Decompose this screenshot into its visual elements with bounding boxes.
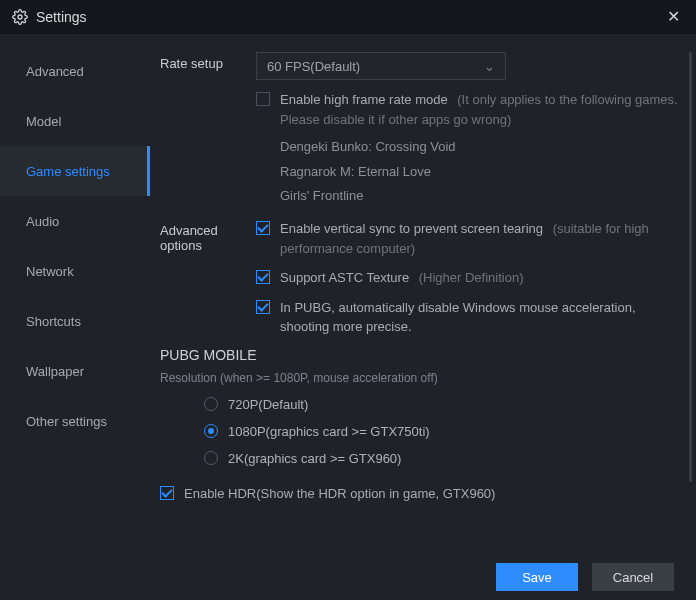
cancel-button[interactable]: Cancel [592,563,674,591]
sidebar-item-network[interactable]: Network [0,246,150,296]
vsync-text: Enable vertical sync to prevent screen t… [280,219,678,258]
vsync-checkbox[interactable] [256,221,270,235]
resolution-1080p[interactable]: 1080P(graphics card >= GTX750ti) [204,424,678,439]
sidebar-item-label: Advanced [26,64,84,79]
radio-label: 2K(graphics card >= GTX960) [228,451,401,466]
high-frame-text: Enable high frame rate mode (It only app… [280,90,678,129]
pubg-caption: Resolution (when >= 1080P, mouse acceler… [160,371,678,385]
rate-select[interactable]: 60 FPS(Default) ⌄ [256,52,506,80]
titlebar: Settings ✕ [0,0,696,34]
resolution-720p[interactable]: 720P(Default) [204,397,678,412]
settings-panel: Rate setup 60 FPS(Default) ⌄ Enable high… [150,34,696,554]
sidebar-item-advanced[interactable]: Advanced [0,46,150,96]
high-frame-games: Dengeki Bunko: Crossing Void Ragnarok M:… [280,135,678,209]
pubg-mouse-checkbox[interactable] [256,300,270,314]
sidebar-item-label: Network [26,264,74,279]
sidebar-item-shortcuts[interactable]: Shortcuts [0,296,150,346]
sidebar-item-label: Game settings [26,164,110,179]
close-icon[interactable]: ✕ [662,7,684,26]
pubg-mouse-text: In PUBG, automatically disable Windows m… [280,298,678,337]
resolution-2k[interactable]: 2K(graphics card >= GTX960) [204,451,678,466]
list-item: Dengeki Bunko: Crossing Void [280,135,678,160]
sidebar-item-label: Model [26,114,61,129]
list-item: Ragnarok M: Eternal Love [280,160,678,185]
sidebar-item-game-settings[interactable]: Game settings [0,146,150,196]
scrollbar[interactable] [689,52,692,482]
footer: Save Cancel [0,554,696,600]
pubg-title: PUBG MOBILE [160,347,678,363]
rate-setup-label: Rate setup [160,52,256,209]
astc-checkbox[interactable] [256,270,270,284]
radio-icon [204,397,218,411]
sidebar: Advanced Model Game settings Audio Netwo… [0,34,150,554]
save-button[interactable]: Save [496,563,578,591]
window-title: Settings [36,9,662,25]
hdr-text: Enable HDR(Show the HDR option in game, … [184,484,495,504]
sidebar-item-label: Shortcuts [26,314,81,329]
high-frame-checkbox[interactable] [256,92,270,106]
hdr-checkbox[interactable] [160,486,174,500]
sidebar-item-label: Other settings [26,414,107,429]
radio-label: 1080P(graphics card >= GTX750ti) [228,424,430,439]
pubg-section: PUBG MOBILE Resolution (when >= 1080P, m… [160,347,678,504]
sidebar-item-model[interactable]: Model [0,96,150,146]
radio-label: 720P(Default) [228,397,308,412]
sidebar-item-audio[interactable]: Audio [0,196,150,246]
chevron-down-icon: ⌄ [484,59,495,74]
sidebar-item-other-settings[interactable]: Other settings [0,396,150,446]
sidebar-item-label: Audio [26,214,59,229]
gear-icon [12,9,28,25]
sidebar-item-label: Wallpaper [26,364,84,379]
astc-text: Support ASTC Texture (Higher Definition) [280,268,524,288]
sidebar-item-wallpaper[interactable]: Wallpaper [0,346,150,396]
rate-select-value: 60 FPS(Default) [267,59,360,74]
advanced-options-label: Advanced options [160,219,256,337]
radio-icon [204,451,218,465]
radio-icon [204,424,218,438]
svg-point-0 [18,15,22,19]
list-item: Girls' Frontline [280,184,678,209]
